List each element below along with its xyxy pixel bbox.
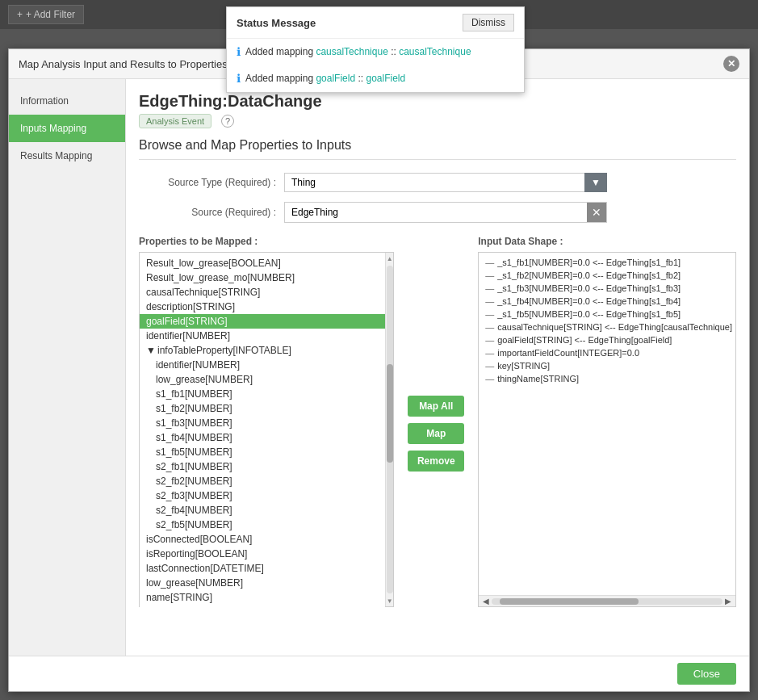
result-tree-item: —importantFieldCount[INTEGER]=0.0 [479,346,735,359]
bottom-bar: Close [9,656,749,691]
result-tree-item: —key[STRING] [479,359,735,372]
tree-item[interactable]: s2_fb3[NUMBER] [140,488,385,503]
result-tree-item: —thingName[STRING] [479,372,735,385]
main-dialog: Map Analysis Input and Results to Proper… [8,48,750,692]
tree-item[interactable]: causalTechnique[STRING] [140,285,385,300]
properties-panel-label: Properties to be Mapped : [139,236,394,247]
scroll-thumb [387,364,393,463]
scroll-up-arrow[interactable]: ▲ [386,253,394,264]
scroll-right-arrow[interactable]: ▶ [722,596,734,607]
dialog-close-button[interactable]: ✕ [723,56,739,72]
result-tree-item: —_s1_fb3[NUMBER]=0.0 <-- EdgeThing[s1_fb… [479,282,735,295]
sidebar: Information Inputs Mapping Results Mappi… [9,79,126,689]
scroll-track [387,266,393,593]
properties-panel: Properties to be Mapped : Result_low_gre… [139,236,394,607]
tree-item-selected[interactable]: goalField[STRING] [140,314,385,329]
map-all-button[interactable]: Map All [408,396,464,417]
tree-item[interactable]: s2_fb4[NUMBER] [140,503,385,518]
source-control: ✕ [284,202,607,223]
scroll-left-arrow[interactable]: ◀ [480,596,492,607]
dismiss-button[interactable]: Dismiss [463,14,514,31]
properties-scrollbar[interactable]: ▲ ▼ [385,253,393,606]
close-button[interactable]: Close [677,663,736,685]
dialog-title: Map Analysis Input and Results to Proper… [19,58,228,70]
scroll-thumb-h [500,598,638,605]
add-filter-button[interactable]: + + Add Filter [8,5,84,24]
input-data-shape-label: Input Data Shape : [478,236,736,247]
result-tree-item: —_s1_fb1[NUMBER]=0.0 <-- EdgeThing[s1_fb… [479,256,735,269]
result-tree-item: —causalTechnique[STRING] <-- EdgeThing[c… [479,321,735,333]
tree-item[interactable]: low_grease[NUMBER] [140,372,385,387]
tree-item[interactable]: identifier[NUMBER] [140,358,385,372]
tree-item[interactable]: s1_fb3[NUMBER] [140,416,385,430]
result-tree-item: —goalField[STRING] <-- EdgeThing[goalFie… [479,333,735,346]
info-icon-2: ℹ [237,72,241,85]
source-type-row: Source Type (Required) : Thing ▼ [139,173,736,192]
source-row: Source (Required) : ✕ [139,202,736,223]
source-type-select-wrapper: Thing ▼ [284,173,607,192]
result-tree-item: —_s1_fb4[NUMBER]=0.0 <-- EdgeThing[s1_fb… [479,295,735,308]
status-popup: Status Message Dismiss ℹ Added mapping c… [226,6,525,93]
map-button[interactable]: Map [408,423,464,444]
scroll-down-arrow[interactable]: ▼ [386,595,394,606]
tree-item[interactable]: ▼ infoTableProperty[INFOTABLE] [140,343,385,358]
tree-item[interactable]: s2_fb2[NUMBER] [140,474,385,488]
section-title: Browse and Map Properties to Inputs [139,138,736,160]
input-data-shape-tree: —_s1_fb1[NUMBER]=0.0 <-- EdgeThing[s1_fb… [479,253,735,595]
status-text-2: Added mapping goalField :: goalField [245,72,405,86]
tree-item[interactable]: Result_low_grease_mo[NUMBER] [140,270,385,285]
status-text-1: Added mapping causalTechnique :: causalT… [245,45,471,59]
tree-item[interactable]: Result_low_grease[BOOLEAN] [140,256,385,270]
properties-tree[interactable]: Result_low_grease[BOOLEAN] Result_low_gr… [140,253,385,608]
tree-item[interactable]: lastConnection[DATETIME] [140,561,385,576]
help-icon[interactable]: ? [221,115,234,128]
clear-source-button[interactable]: ✕ [587,203,606,222]
source-input-wrapper: ✕ [284,202,607,223]
tree-item[interactable]: s1_fb5[NUMBER] [140,445,385,459]
source-type-control: Thing ▼ [284,173,607,192]
tree-item[interactable]: low_grease[NUMBER] [140,576,385,590]
sidebar-item-information[interactable]: Information [9,87,125,115]
tree-item[interactable]: name[STRING] [140,590,385,605]
source-input[interactable] [285,203,587,221]
tree-item[interactable]: s2_fb1[NUMBER] [140,459,385,474]
mapping-area: Properties to be Mapped : Result_low_gre… [139,236,736,607]
collapse-icon: ▼ [146,346,156,355]
tree-item[interactable]: isReporting[BOOLEAN] [140,547,385,561]
plus-icon: + [17,9,23,20]
status-message-1: ℹ Added mapping causalTechnique :: causa… [227,39,524,65]
entity-badge: Analysis Event [139,114,211,128]
tree-item[interactable]: identifier[NUMBER] [140,329,385,343]
dialog-body: Information Inputs Mapping Results Mappi… [9,79,749,689]
action-buttons: Map All Map Remove [404,236,468,607]
content-area: EdgeThing:DataChange Analysis Event ? Br… [126,79,749,689]
status-popup-header: Status Message Dismiss [227,7,524,39]
info-icon-1: ℹ [237,45,241,58]
tree-item[interactable]: isConnected[BOOLEAN] [140,532,385,547]
remove-button[interactable]: Remove [408,451,464,472]
tree-item[interactable]: s1_fb4[NUMBER] [140,430,385,445]
scroll-track-h [492,598,722,605]
status-message-2: ℹ Added mapping goalField :: goalField [227,65,524,92]
input-data-shape-scrollbar-h[interactable]: ◀ ▶ [479,595,735,606]
source-label: Source (Required) : [139,207,284,218]
sidebar-item-results-mapping[interactable]: Results Mapping [9,142,125,170]
result-tree-item: —_s1_fb5[NUMBER]=0.0 <-- EdgeThing[s1_fb… [479,308,735,321]
entity-name: EdgeThing:DataChange [139,92,736,111]
sidebar-item-inputs-mapping[interactable]: Inputs Mapping [9,115,125,142]
result-tree-item: —_s1_fb2[NUMBER]=0.0 <-- EdgeThing[s1_fb… [479,269,735,282]
source-type-label: Source Type (Required) : [139,177,284,188]
tree-item[interactable]: s1_fb2[NUMBER] [140,401,385,416]
tree-item[interactable]: s1_fb1[NUMBER] [140,387,385,401]
source-type-select[interactable]: Thing [284,173,607,192]
status-popup-title: Status Message [237,17,316,29]
tree-item[interactable]: s2_fb5[NUMBER] [140,518,385,532]
input-data-shape-panel: Input Data Shape : —_s1_fb1[NUMBER]=0.0 … [478,236,736,607]
tree-item[interactable]: description[STRING] [140,300,385,314]
